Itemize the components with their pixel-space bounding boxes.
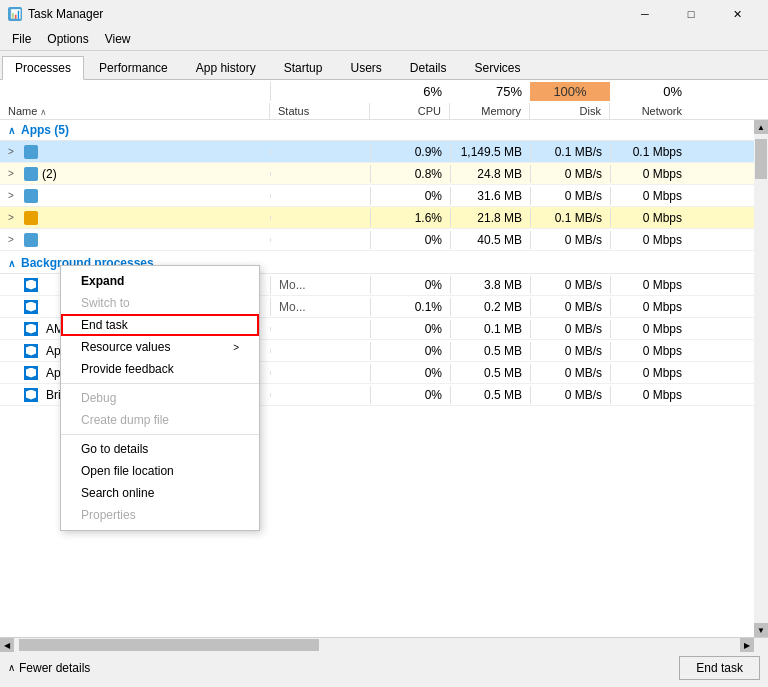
scroll-track-h[interactable]: [14, 638, 740, 652]
fewer-details-arrow-icon: ∧: [8, 662, 15, 673]
process-disk: 0 MB/s: [530, 231, 610, 249]
app-title: Task Manager: [28, 7, 103, 21]
scroll-down-button[interactable]: ▼: [754, 623, 768, 637]
process-network: 0.1 Mbps: [610, 143, 690, 161]
tab-users[interactable]: Users: [337, 56, 394, 80]
ctx-search-online[interactable]: Search online: [61, 482, 259, 504]
end-task-button[interactable]: End task: [679, 656, 760, 680]
ctx-resource-values[interactable]: Resource values >: [61, 336, 259, 358]
status-bar: ∧ Fewer details End task: [0, 651, 768, 683]
ctx-provide-feedback[interactable]: Provide feedback: [61, 358, 259, 380]
col-status-pct: [270, 82, 370, 101]
process-disk: 0 MB/s: [530, 364, 610, 382]
fewer-details-button[interactable]: ∧ Fewer details: [8, 661, 90, 675]
process-memory: 0.1 MB: [450, 320, 530, 338]
section-apps-expand[interactable]: ∧: [8, 125, 15, 136]
process-name: >: [0, 187, 270, 205]
process-status: [270, 238, 370, 242]
table-row[interactable]: > (2) 0.8% 24.8 MB 0 MB/s 0 Mbps: [0, 163, 768, 185]
ctx-expand[interactable]: Expand: [61, 270, 259, 292]
process-name: >: [0, 231, 270, 249]
ctx-end-task[interactable]: End task: [61, 314, 259, 336]
section-apps-label: Apps (5): [21, 123, 69, 137]
service-icon: [24, 300, 38, 314]
scroll-thumb-h[interactable]: [19, 639, 319, 651]
tab-startup[interactable]: Startup: [271, 56, 336, 80]
process-disk: 0.1 MB/s: [530, 209, 610, 227]
process-icon: [24, 211, 38, 225]
col-header-name[interactable]: Name ∧: [0, 103, 270, 119]
expand-icon[interactable]: >: [8, 212, 20, 223]
scroll-thumb[interactable]: [755, 139, 767, 179]
tab-performance[interactable]: Performance: [86, 56, 181, 80]
tab-services[interactable]: Services: [462, 56, 534, 80]
process-disk: 0.1 MB/s: [530, 143, 610, 161]
table-row[interactable]: > 0% 40.5 MB 0 MB/s 0 Mbps: [0, 229, 768, 251]
sort-arrow-icon: ∧: [40, 107, 47, 117]
process-network: 0 Mbps: [610, 364, 690, 382]
process-network: 0 Mbps: [610, 231, 690, 249]
process-name: >: [0, 209, 270, 227]
table-area: ∧ Apps (5) > 0.9% 1,149.5 MB 0.1 MB/s 0.…: [0, 120, 768, 637]
title-bar-left: 📊 Task Manager: [8, 7, 103, 21]
scroll-track[interactable]: [754, 134, 768, 623]
ctx-go-to-details[interactable]: Go to details: [61, 438, 259, 460]
section-bg-expand[interactable]: ∧: [8, 258, 15, 269]
col-header-disk[interactable]: Disk: [530, 103, 610, 119]
col-header-status[interactable]: Status: [270, 103, 370, 119]
col-mem-pct: 75%: [450, 82, 530, 101]
menu-options[interactable]: Options: [39, 30, 96, 48]
process-status: Mo...: [270, 276, 370, 294]
expand-icon[interactable]: >: [8, 168, 20, 179]
maximize-button[interactable]: □: [668, 4, 714, 24]
tab-processes[interactable]: Processes: [2, 56, 84, 80]
horizontal-scrollbar[interactable]: ◀ ▶: [0, 638, 754, 652]
scroll-right-button[interactable]: ▶: [740, 638, 754, 652]
scroll-up-button[interactable]: ▲: [754, 120, 768, 134]
process-name: > (2): [0, 165, 270, 183]
col-header-cpu[interactable]: CPU: [370, 103, 450, 119]
title-bar-controls: ─ □ ✕: [622, 4, 760, 24]
expand-icon[interactable]: >: [8, 190, 20, 201]
process-cpu: 0.8%: [370, 165, 450, 183]
tab-details[interactable]: Details: [397, 56, 460, 80]
process-cpu: 0%: [370, 386, 450, 404]
main-content: 6% 75% 100% 0% Name ∧ Status CPU Memory …: [0, 80, 768, 651]
process-memory: 1,149.5 MB: [450, 143, 530, 161]
vertical-scrollbar[interactable]: ▲ ▼: [754, 120, 768, 637]
ctx-separator-2: [61, 434, 259, 435]
context-menu: Expand Switch to End task Resource value…: [60, 265, 260, 531]
table-row[interactable]: > 0% 31.6 MB 0 MB/s 0 Mbps: [0, 185, 768, 207]
ctx-properties: Properties: [61, 504, 259, 526]
menu-bar: File Options View: [0, 28, 768, 51]
process-network: 0 Mbps: [610, 187, 690, 205]
expand-icon[interactable]: >: [8, 234, 20, 245]
process-disk: 0 MB/s: [530, 187, 610, 205]
process-disk: 0 MB/s: [530, 320, 610, 338]
ctx-separator-1: [61, 383, 259, 384]
tab-app-history[interactable]: App history: [183, 56, 269, 80]
service-icon: [24, 388, 38, 402]
table-row[interactable]: > 1.6% 21.8 MB 0.1 MB/s 0 Mbps: [0, 207, 768, 229]
process-memory: 0.2 MB: [450, 298, 530, 316]
process-status: [270, 172, 370, 176]
close-button[interactable]: ✕: [714, 4, 760, 24]
ctx-create-dump: Create dump file: [61, 409, 259, 431]
scroll-left-button[interactable]: ◀: [0, 638, 14, 652]
minimize-button[interactable]: ─: [622, 4, 668, 24]
process-icon: [24, 189, 38, 203]
menu-view[interactable]: View: [97, 30, 139, 48]
process-disk: 0 MB/s: [530, 276, 610, 294]
menu-file[interactable]: File: [4, 30, 39, 48]
table-row[interactable]: > 0.9% 1,149.5 MB 0.1 MB/s 0.1 Mbps: [0, 141, 768, 163]
process-status: [270, 371, 370, 375]
expand-icon[interactable]: >: [8, 146, 20, 157]
process-cpu: 0%: [370, 364, 450, 382]
process-disk: 0 MB/s: [530, 342, 610, 360]
process-cpu: 0.1%: [370, 298, 450, 316]
process-cpu: 0%: [370, 320, 450, 338]
col-header-memory[interactable]: Memory: [450, 103, 530, 119]
process-memory: 0.5 MB: [450, 386, 530, 404]
ctx-open-file-location[interactable]: Open file location: [61, 460, 259, 482]
col-header-network[interactable]: Network: [610, 103, 690, 119]
